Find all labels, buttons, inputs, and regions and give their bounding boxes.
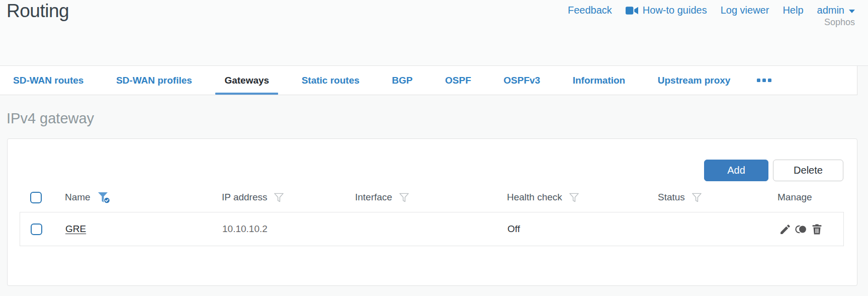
help-label: Help: [783, 5, 803, 16]
chevron-down-icon: [849, 10, 855, 13]
table-header: Name IP address Interface Health check: [20, 187, 844, 208]
toolbar: Add Delete: [704, 160, 843, 181]
filter-active-icon[interactable]: [97, 191, 111, 204]
brand-label: Sophos: [824, 17, 855, 28]
column-header-health: Health check: [507, 192, 562, 203]
howto-guides-label: How-to guides: [643, 5, 707, 16]
tab-ospfv3[interactable]: OSPFv3: [491, 66, 552, 95]
edit-icon[interactable]: [779, 223, 792, 236]
cell-ip-address: 10.10.10.2: [222, 224, 356, 235]
tab-bgp[interactable]: BGP: [380, 66, 424, 95]
gateway-card: Add Delete Name IP address Interface: [7, 138, 857, 286]
column-header-manage: Manage: [777, 192, 812, 203]
column-header-name: Name: [65, 192, 91, 203]
tab-sdwan-routes[interactable]: SD-WAN routes: [1, 66, 96, 95]
user-menu[interactable]: admin: [817, 5, 855, 16]
tab-upstream-proxy[interactable]: Upstream proxy: [646, 66, 743, 95]
filter-icon[interactable]: [274, 192, 284, 203]
log-viewer-label: Log viewer: [721, 5, 769, 16]
page-header: Routing Feedback How-to guides Log viewe…: [0, 0, 868, 66]
user-label: admin: [817, 5, 844, 16]
delete-button[interactable]: Delete: [773, 160, 843, 181]
gateway-name-link[interactable]: GRE: [65, 224, 86, 234]
filter-icon[interactable]: [399, 192, 409, 203]
row-checkbox[interactable]: [31, 224, 42, 235]
select-all-checkbox[interactable]: [30, 192, 42, 203]
tab-bar: SD-WAN routes SD-WAN profiles Gateways S…: [0, 66, 857, 95]
log-viewer-link[interactable]: Log viewer: [721, 5, 769, 16]
howto-guides-link[interactable]: How-to guides: [626, 5, 707, 16]
feedback-link[interactable]: Feedback: [568, 5, 612, 16]
cell-manage: [779, 223, 843, 236]
help-link[interactable]: Help: [783, 5, 803, 16]
delete-icon[interactable]: [811, 223, 823, 236]
filter-icon[interactable]: [569, 192, 579, 203]
clone-icon[interactable]: [794, 223, 808, 236]
add-button[interactable]: Add: [704, 160, 768, 181]
tab-gateways[interactable]: Gateways: [212, 66, 281, 95]
table-row: GRE 10.10.10.2 Off: [20, 212, 844, 246]
column-header-status: Status: [658, 192, 685, 203]
tab-ospf[interactable]: OSPF: [433, 66, 483, 95]
cell-health-check: Off: [507, 224, 658, 235]
column-header-interface: Interface: [355, 192, 392, 203]
ellipsis-icon: [762, 79, 766, 82]
ellipsis-icon: [757, 79, 760, 82]
tab-information[interactable]: Information: [561, 66, 638, 95]
video-camera-icon: [626, 6, 638, 15]
top-nav: Feedback How-to guides Log viewer Help a…: [568, 5, 855, 16]
tab-static-routes[interactable]: Static routes: [290, 66, 372, 95]
section-title: IPv4 gateway: [7, 110, 94, 127]
ellipsis-icon: [768, 79, 771, 82]
filter-icon[interactable]: [691, 192, 702, 203]
tab-sdwan-profiles[interactable]: SD-WAN profiles: [104, 66, 204, 95]
column-header-ip: IP address: [222, 192, 267, 203]
page-title: Routing: [7, 1, 69, 22]
more-tabs-button[interactable]: [751, 66, 777, 95]
feedback-label: Feedback: [568, 5, 612, 16]
